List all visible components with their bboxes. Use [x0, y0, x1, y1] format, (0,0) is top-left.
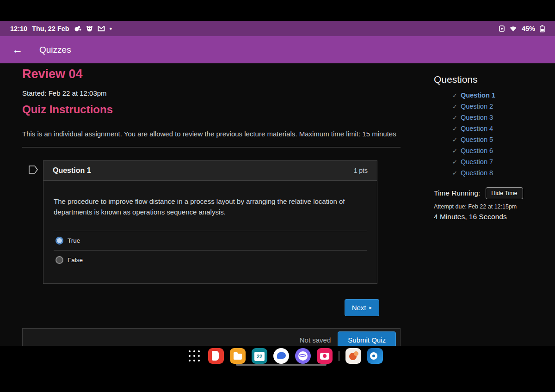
answered-check-icon: ✓ — [452, 159, 457, 165]
next-arrow-icon: ▸ — [369, 305, 372, 310]
answer-options: True False — [54, 231, 367, 270]
answered-check-icon: ✓ — [452, 147, 457, 154]
character-app-icon[interactable] — [345, 348, 361, 364]
time-running-row: Time Running: Hide Time — [434, 187, 545, 199]
answer-option[interactable]: True — [54, 231, 367, 250]
question-points: 1 pts — [354, 167, 368, 174]
home-indicator-handle[interactable] — [236, 364, 327, 366]
time-remaining-text: 4 Minutes, 16 Seconds — [434, 213, 545, 221]
battery-icon — [540, 25, 545, 32]
question-nav-item[interactable]: ✓ Question 7 — [452, 156, 545, 167]
question-nav-item[interactable]: ✓ Question 3 — [452, 112, 545, 123]
flag-question-icon[interactable] — [28, 164, 39, 175]
answered-check-icon: ✓ — [452, 170, 457, 177]
question-section: Question 1 1 pts The procedure to improv… — [22, 160, 401, 284]
question-nav-item[interactable]: ✓ Question 4 — [452, 123, 545, 134]
question-nav-item[interactable]: ✓ Question 1 — [452, 90, 545, 101]
date: Thu, 22 Feb — [32, 25, 69, 32]
radio-button-icon[interactable] — [56, 256, 63, 264]
quiz-instructions-heading: Quiz Instructions — [22, 103, 401, 116]
question-nav-item[interactable]: ✓ Question 5 — [452, 134, 545, 145]
samsung-notes-icon[interactable] — [208, 348, 224, 364]
quiz-instructions-text: This is an individual assignment. You ar… — [22, 129, 401, 140]
hide-time-button[interactable]: Hide Time — [486, 187, 523, 199]
question-nav-item[interactable]: ✓ Question 2 — [452, 101, 545, 112]
main-column: Review 04 Started: Feb 22 at 12:03pm Qui… — [22, 63, 401, 316]
question-nav-link[interactable]: Question 8 — [461, 169, 493, 177]
quiz-page: Review 04 Started: Feb 22 at 12:03pm Qui… — [0, 63, 555, 346]
radio-button-icon[interactable] — [56, 237, 63, 245]
question-nav-list: ✓ Question 1 ✓ Question 2 ✓ Question 3 — [434, 90, 545, 178]
internet-browser-icon[interactable] — [295, 348, 311, 364]
battery-percent: 45% — [522, 25, 535, 32]
camera-icon[interactable] — [317, 348, 333, 364]
question-card-header: Question 1 1 pts — [43, 161, 377, 181]
messages-icon[interactable] — [273, 348, 289, 364]
taskbar: 22 — [0, 346, 555, 392]
calendar-day: 22 — [254, 352, 265, 361]
next-button-label: Next — [352, 304, 366, 312]
save-status-text: Not saved — [300, 336, 331, 344]
quiz-title: Review 04 — [22, 67, 401, 81]
answer-option[interactable]: False — [54, 250, 367, 270]
status-bar: 12:10 Thu, 22 Feb • 45% — [0, 21, 555, 36]
question-nav-item[interactable]: ✓ Question 8 — [452, 167, 545, 178]
calendar-icon[interactable]: 22 — [252, 348, 267, 364]
question-title: Question 1 — [53, 166, 91, 175]
status-bar-left: 12:10 Thu, 22 Feb • — [10, 25, 112, 32]
app-bar: ← Quizzes — [0, 36, 555, 63]
answer-label: True — [68, 237, 80, 244]
instructions-divider — [22, 147, 401, 147]
question-card-body: The procedure to improve flow distance i… — [43, 181, 377, 283]
question-card: Question 1 1 pts The procedure to improv… — [43, 160, 377, 284]
apps-grid-icon[interactable] — [186, 348, 202, 364]
answer-label: False — [68, 257, 83, 263]
question-nav-link[interactable]: Question 7 — [461, 158, 493, 165]
sidebar-heading: Questions — [434, 74, 545, 85]
clock: 12:10 — [10, 25, 27, 32]
question-nav-item[interactable]: ✓ Question 6 — [452, 145, 545, 156]
more-notifications-icon: • — [110, 25, 112, 32]
answered-check-icon: ✓ — [452, 136, 457, 143]
time-running-label: Time Running: — [434, 189, 480, 197]
question-nav-link[interactable]: Question 1 — [461, 92, 495, 99]
paw-notification-icon — [74, 25, 81, 32]
status-bar-right: 45% — [499, 25, 545, 32]
attempt-due-text: Attempt due: Feb 22 at 12:15pm — [434, 203, 545, 210]
panda-notification-icon — [86, 25, 93, 32]
question-nav-link[interactable]: Question 2 — [461, 103, 493, 110]
question-nav-link[interactable]: Question 6 — [461, 147, 493, 154]
questions-sidebar: Questions ✓ Question 1 ✓ Question 2 ✓ — [434, 74, 545, 221]
question-nav-link[interactable]: Question 4 — [461, 125, 493, 132]
next-button[interactable]: Next ▸ — [345, 299, 379, 316]
battery-saver-icon — [499, 25, 505, 32]
question-nav-link[interactable]: Question 5 — [461, 136, 493, 143]
quiz-started-timestamp: Started: Feb 22 at 12:03pm — [22, 89, 401, 97]
next-button-row: Next ▸ — [22, 299, 379, 316]
gmail-notification-icon — [98, 25, 105, 31]
app-bar-title: Quizzes — [39, 45, 71, 55]
my-files-icon[interactable] — [230, 348, 246, 364]
back-icon[interactable]: ← — [12, 44, 23, 55]
question-text: The procedure to improve flow distance i… — [54, 196, 367, 218]
answered-check-icon: ✓ — [452, 125, 457, 132]
question-nav-link[interactable]: Question 3 — [461, 114, 493, 121]
answered-check-icon: ✓ — [452, 103, 457, 110]
dock-separator — [339, 351, 339, 361]
outlook-icon[interactable] — [367, 348, 383, 364]
answered-check-icon: ✓ — [452, 92, 457, 99]
screen: 12:10 Thu, 22 Feb • 45% — [0, 0, 555, 392]
wifi-icon — [509, 25, 517, 32]
dock: 22 — [186, 348, 383, 364]
answered-check-icon: ✓ — [452, 114, 457, 121]
